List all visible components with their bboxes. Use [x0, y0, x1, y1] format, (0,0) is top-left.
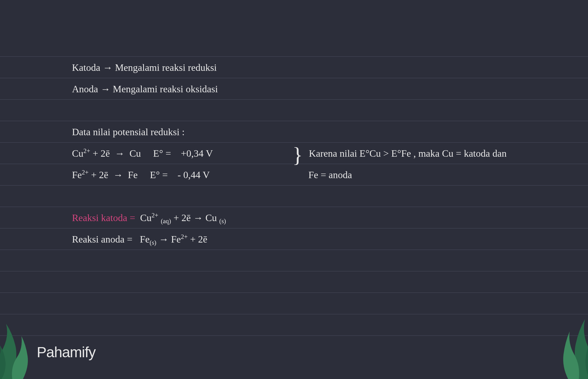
fe-reduction-row: Fe2+ + 2ē → Fe E° = - 0,44 V Fe = anoda [72, 164, 527, 186]
katoda-definition: Katoda → Mengalami reaksi reduksi [72, 57, 527, 78]
cu-e-label: E° = [153, 148, 171, 159]
arrow-icon: → [100, 78, 110, 100]
reaksi-katoda-row: Reaksi katoda = Cu2+ (aq) + 2ē → Cu (s) [72, 207, 527, 228]
leaf-decoration-right-icon [542, 299, 588, 379]
pahamify-logo: Pahamify [37, 344, 96, 361]
conclusion-line-2: Fe = anoda [308, 164, 352, 186]
reaksi-katoda-right: Cu (s) [205, 207, 226, 228]
arrow-icon: → [103, 57, 112, 78]
leaf-decoration-left-icon [0, 305, 43, 379]
reaksi-katoda-left: Cu2+ (aq) + 2ē [140, 207, 190, 228]
brace-icon: } [292, 150, 303, 160]
fe-reaction-left: Fe2+ + 2ē [72, 169, 108, 180]
arrow-icon: → [113, 164, 123, 186]
anoda-description: Mengalami reaksi oksidasi [113, 78, 218, 100]
reaksi-katoda-label: Reaksi katoda = [72, 207, 135, 228]
fe-reaction-right: Fe [128, 169, 138, 180]
cu-e-value: +0,34 V [181, 148, 213, 159]
arrow-icon: → [115, 143, 125, 164]
reaksi-anoda-right: Fe2+ + 2ē [171, 228, 207, 250]
reaksi-anoda-left: Fe(s) [140, 228, 156, 250]
anoda-label: Anoda [72, 78, 98, 100]
fe-e-value: - 0,44 V [178, 169, 210, 180]
katoda-description: Mengalami reaksi reduksi [115, 57, 217, 78]
anoda-definition: Anoda → Mengalami reaksi oksidasi [72, 78, 527, 100]
arrow-icon: → [159, 228, 169, 250]
cu-reaction-right: Cu [130, 148, 141, 159]
cu-reduction-row: Cu2+ + 2ē → Cu E° = +0,34 V } Karena nil… [72, 143, 527, 164]
data-title: Data nilai potensial reduksi : [72, 121, 527, 143]
conclusion-line-1: Karena nilai E°Cu > E°Fe , maka Cu = kat… [309, 143, 507, 164]
cu-reaction-left: Cu2+ + 2ē [72, 148, 110, 159]
katoda-label: Katoda [72, 57, 100, 78]
arrow-icon: → [193, 207, 203, 228]
reaksi-anoda-label: Reaksi anoda = [72, 228, 133, 250]
reaksi-anoda-row: Reaksi anoda = Fe(s) → Fe2+ + 2ē [72, 228, 527, 250]
handwritten-content: Katoda → Mengalami reaksi reduksi Anoda … [0, 0, 588, 379]
fe-e-label: E° = [150, 169, 168, 180]
